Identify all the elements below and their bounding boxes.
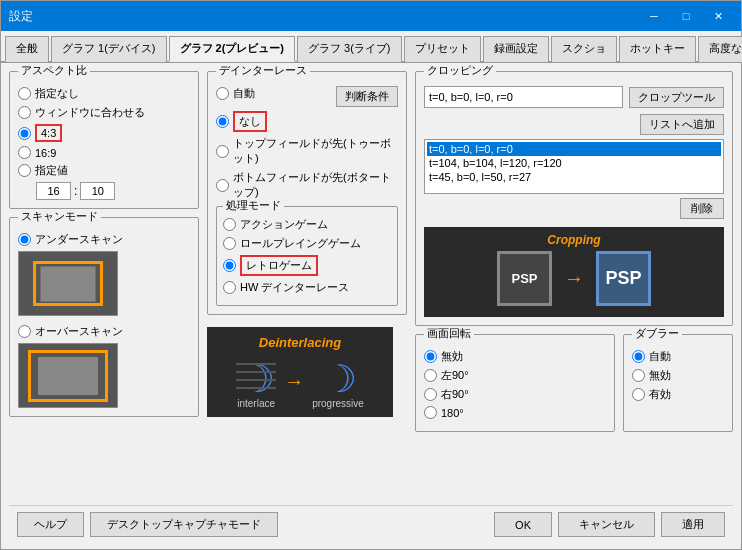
cropping-visual-label: Cropping: [547, 233, 600, 247]
deinterlace-radio-bottom[interactable]: [216, 179, 229, 192]
overscan-rect: [28, 350, 108, 402]
aspect-label-169: 16:9: [35, 147, 56, 159]
aspect-option-4: 指定値: [18, 163, 190, 178]
doubler-option-2: 有効: [632, 387, 724, 402]
aspect-height-input[interactable]: [80, 182, 115, 200]
crop-tool-button[interactable]: クロップツール: [629, 87, 724, 108]
title-bar: 設定 ─ □ ✕: [1, 1, 741, 31]
doubler-radio-auto[interactable]: [632, 350, 645, 363]
deinterlace-group: デインターレース 自動 判断条件 なし: [207, 71, 407, 315]
tab-graph1[interactable]: グラフ 1(デバイス): [51, 36, 167, 62]
deinterlacing-visuals: ☽ interlace → ☽: [236, 354, 364, 409]
delete-button[interactable]: 削除: [680, 198, 724, 219]
tab-advanced[interactable]: 高度な設定: [698, 36, 743, 62]
tab-graph2[interactable]: グラフ 2(プレビュー): [169, 36, 296, 62]
deinterlace-radio-none[interactable]: [216, 115, 229, 128]
rotation-label-none: 無効: [441, 349, 463, 364]
tab-preset[interactable]: プリセット: [404, 36, 481, 62]
crop-list-item-2[interactable]: t=45, b=0, l=50, r=27: [427, 170, 721, 184]
process-option-1: ロールプレイングゲーム: [223, 236, 391, 251]
cancel-button[interactable]: キャンセル: [558, 512, 655, 537]
deinterlace-option-none: なし: [216, 111, 398, 132]
scan-option-1: オーバースキャン: [18, 324, 190, 339]
aspect-option-1: ウィンドウに合わせる: [18, 105, 190, 120]
maximize-button[interactable]: □: [671, 6, 701, 26]
process-radio-hw[interactable]: [223, 281, 236, 294]
psp-box-source: PSP: [497, 251, 552, 306]
doubler-option-0: 自動: [632, 349, 724, 364]
rotation-option-2: 右90°: [424, 387, 606, 402]
deinterlace-label-top: トップフィールドが先(トゥーボット): [233, 136, 398, 166]
rotation-label-180: 180°: [441, 407, 464, 419]
tab-scshow[interactable]: スクショ: [551, 36, 617, 62]
crop-input-row: クロップツール: [424, 86, 724, 108]
help-button[interactable]: ヘルプ: [17, 512, 84, 537]
aspect-ratio-title: アスペクト比: [18, 63, 90, 78]
close-button[interactable]: ✕: [703, 6, 733, 26]
aspect-radio-custom[interactable]: [18, 164, 31, 177]
process-option-2: レトロゲーム: [223, 255, 391, 276]
apply-button[interactable]: 適用: [661, 512, 725, 537]
ok-button[interactable]: OK: [494, 512, 552, 537]
deinterlace-option-auto: 自動: [216, 86, 255, 101]
process-label-action: アクションゲーム: [240, 217, 328, 232]
rotation-option-3: 180°: [424, 406, 606, 419]
add-list-button[interactable]: リストへ追加: [640, 114, 724, 135]
aspect-radio-window[interactable]: [18, 106, 31, 119]
deinterlace-arrow-icon: →: [284, 370, 304, 393]
rotation-radio-none[interactable]: [424, 350, 437, 363]
deinterlace-label-bottom: ボトムフィールドが先(ボタートップ): [233, 170, 398, 200]
process-radio-action[interactable]: [223, 218, 236, 231]
aspect-colon: :: [74, 184, 77, 198]
desktop-capture-button[interactable]: デスクトップキャプチャモード: [90, 512, 278, 537]
window-title: 設定: [9, 8, 33, 25]
rotation-group: 画面回転 無効 左90° 右90°: [415, 334, 615, 432]
rotation-option-0: 無効: [424, 349, 606, 364]
tab-graph3[interactable]: グラフ 3(ライブ): [297, 36, 402, 62]
aspect-radio-none[interactable]: [18, 87, 31, 100]
crop-list[interactable]: t=0, b=0, l=0, r=0 t=104, b=104, l=120, …: [424, 139, 724, 194]
underscan-light: [41, 266, 96, 301]
doubler-radio-off[interactable]: [632, 369, 645, 382]
aspect-radio-43[interactable]: [18, 127, 31, 140]
rotation-label-left90: 左90°: [441, 368, 469, 383]
aspect-radio-169[interactable]: [18, 146, 31, 159]
scan-radio-over[interactable]: [18, 325, 31, 338]
deinterlace-radio-top[interactable]: [216, 145, 229, 158]
underscan-rect: [33, 261, 103, 306]
rotation-radio-right90[interactable]: [424, 388, 437, 401]
bottom-left-buttons: ヘルプ デスクトップキャプチャモード: [17, 512, 278, 537]
minimize-button[interactable]: ─: [639, 6, 669, 26]
progressive-moon-icon: ☽: [318, 354, 358, 398]
process-radio-rpg[interactable]: [223, 237, 236, 250]
rotation-radio-180[interactable]: [424, 406, 437, 419]
tab-general[interactable]: 全般: [5, 36, 49, 62]
aspect-width-input[interactable]: [36, 182, 71, 200]
left-column: アスペクト比 指定なし ウィンドウに合わせる 4:3: [9, 71, 199, 505]
crop-text-input[interactable]: [424, 86, 623, 108]
aspect-option-3: 16:9: [18, 146, 190, 159]
aspect-option-2: 4:3: [18, 124, 190, 142]
progressive-label: progressive: [312, 398, 364, 409]
deinterlace-title: デインターレース: [216, 63, 310, 78]
rotation-radio-left90[interactable]: [424, 369, 437, 382]
right-column: クロッピング クロップツール リストへ追加 t=0, b=0, l=0, r=0…: [415, 71, 733, 505]
tab-hotkey[interactable]: ホットキー: [619, 36, 696, 62]
doubler-radio-on[interactable]: [632, 388, 645, 401]
judge-condition-button[interactable]: 判断条件: [336, 86, 398, 107]
scan-option-0: アンダースキャン: [18, 232, 190, 247]
crop-list-item-1[interactable]: t=104, b=104, l=120, r=120: [427, 156, 721, 170]
scan-radio-under[interactable]: [18, 233, 31, 246]
doubler-option-1: 無効: [632, 368, 724, 383]
cropping-title: クロッピング: [424, 63, 496, 78]
rotation-label-right90: 右90°: [441, 387, 469, 402]
tab-record[interactable]: 録画設定: [483, 36, 549, 62]
crop-list-item-0[interactable]: t=0, b=0, l=0, r=0: [427, 142, 721, 156]
deinterlace-option-bottom: ボトムフィールドが先(ボタートップ): [216, 170, 398, 200]
doubler-label-auto: 自動: [649, 349, 671, 364]
overscan-preview: [18, 343, 118, 408]
aspect-label-43: 4:3: [41, 127, 56, 139]
aspect-ratio-group: アスペクト比 指定なし ウィンドウに合わせる 4:3: [9, 71, 199, 209]
deinterlace-radio-auto[interactable]: [216, 87, 229, 100]
process-radio-retro[interactable]: [223, 259, 236, 272]
